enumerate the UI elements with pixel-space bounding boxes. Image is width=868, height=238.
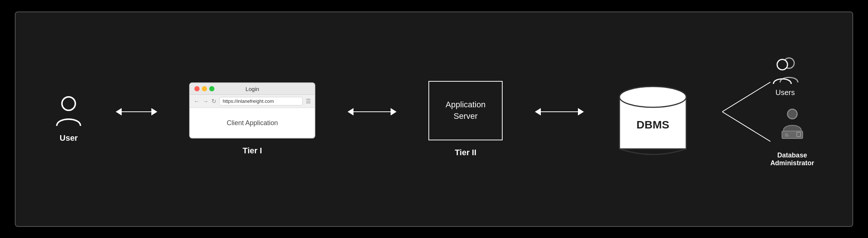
arrowhead-right-2 (391, 108, 397, 115)
forward-icon: → (203, 98, 208, 105)
browser-window: Login ← → ↻ https://inlanefreight.com ☰ … (189, 82, 315, 138)
arrow-line-2 (354, 111, 391, 112)
arrowhead-left-1 (116, 108, 122, 115)
back-icon: ← (194, 98, 200, 105)
user-label: User (60, 133, 78, 143)
dot-green (209, 86, 214, 91)
svg-point-7 (777, 59, 788, 70)
dot-yellow (202, 86, 207, 91)
users-icon (770, 56, 800, 86)
dbms-cylinder: DBMS (616, 78, 690, 160)
user-icon (54, 95, 83, 129)
dbms-right-connections: Users Database Administrator (722, 56, 814, 167)
users-label: Users (776, 88, 795, 97)
tier2-label: Tier II (455, 148, 476, 157)
dbms-column: DBMS (616, 78, 690, 160)
app-server-line2: Server (454, 111, 478, 121)
admin-icon (777, 108, 807, 141)
arrowhead-right-1 (151, 108, 157, 115)
tier2-column: Application Server Tier II (428, 81, 503, 157)
svg-text:DBMS: DBMS (637, 118, 669, 131)
svg-point-2 (619, 87, 686, 107)
menu-icon: ☰ (306, 98, 311, 105)
app-server-line1: Application (445, 100, 486, 109)
tier1-column: Login ← → ↻ https://inlanefreight.com ☰ … (189, 82, 315, 156)
admin-label: Database Administrator (770, 144, 814, 167)
svg-point-8 (788, 109, 797, 119)
browser-title: Login (246, 86, 259, 92)
svg-line-4 (722, 82, 770, 112)
right-users-group: Users Database Administrator (770, 56, 814, 167)
client-application-label: Client Application (227, 119, 278, 127)
url-bar[interactable]: https://inlanefreight.com (219, 97, 303, 105)
arrow-appserver-dbms (535, 108, 584, 115)
admin-item: Database Administrator (770, 108, 814, 167)
app-server-text: Application Server (445, 99, 486, 122)
diagonal-lines-svg (722, 60, 770, 164)
svg-point-0 (62, 97, 75, 110)
app-server-box: Application Server (428, 81, 503, 140)
arrow-line-1 (122, 111, 151, 112)
users-item: Users (770, 56, 800, 97)
browser-body: Client Application (190, 108, 315, 138)
arrowhead-left-3 (535, 108, 541, 115)
diagram-container: User Login ← → ↻ https://inlanefreight.c… (15, 12, 853, 227)
dbms-svg: DBMS (616, 78, 690, 160)
browser-titlebar: Login (190, 83, 315, 95)
svg-line-5 (722, 112, 770, 141)
arrow-user-browser (116, 108, 157, 115)
arrow-line-3 (541, 111, 578, 112)
arrow-browser-appserver (348, 108, 397, 115)
arrowhead-left-2 (348, 108, 354, 115)
user-column: User (54, 95, 83, 143)
arrowhead-right-3 (578, 108, 584, 115)
browser-toolbar: ← → ↻ https://inlanefreight.com ☰ (190, 95, 315, 108)
tier1-label: Tier I (243, 146, 262, 156)
dot-red (194, 86, 200, 91)
refresh-icon: ↻ (211, 98, 216, 105)
